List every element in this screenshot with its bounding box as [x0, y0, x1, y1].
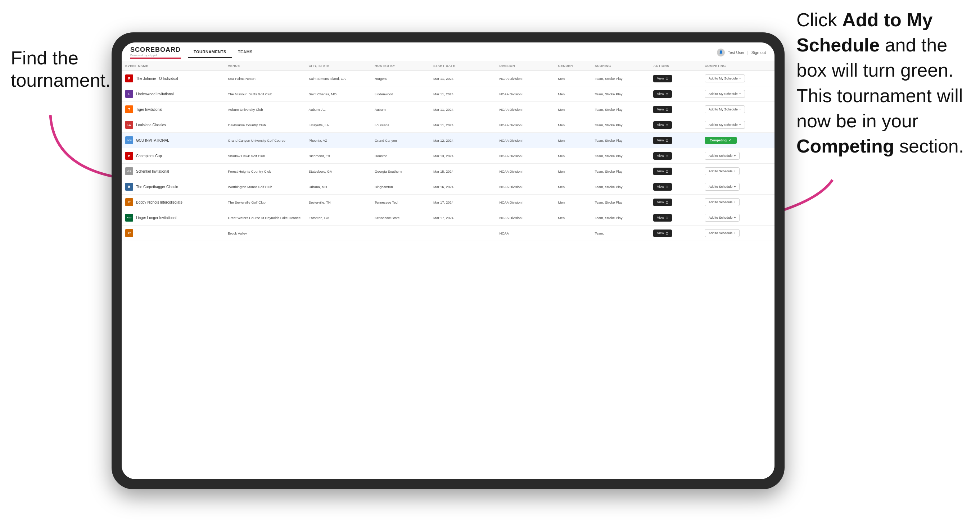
event-name-cell: BV: [122, 225, 224, 241]
event-name: Tiger Invitational: [136, 108, 162, 111]
event-name-cell: LA Louisiana Classics: [122, 117, 224, 133]
scoring-cell: Team,: [591, 225, 650, 241]
venue-cell: Sea Palms Resort: [224, 71, 305, 86]
add-schedule-button[interactable]: Add to My Schedule +: [705, 90, 745, 98]
venue-cell: Worthington Manor Golf Club: [224, 179, 305, 195]
table-row: R The Johnnie - O Individual Sea Palms R…: [122, 71, 775, 86]
add-schedule-button[interactable]: Add to Schedule +: [705, 229, 740, 237]
add-schedule-label: Add to Schedule: [709, 185, 732, 189]
nav-tab-teams[interactable]: TEAMS: [232, 47, 258, 58]
competing-cell: Add to Schedule +: [701, 195, 775, 210]
event-name: Champions Cup: [136, 154, 162, 158]
venue-cell: Oakbourne Country Club: [224, 117, 305, 133]
event-name-cell: KSU Linger Longer Invitational: [122, 210, 224, 225]
eye-icon: ⊙: [665, 231, 668, 235]
gender-cell: Men: [555, 133, 591, 148]
view-button[interactable]: View ⊙: [653, 152, 671, 160]
view-button[interactable]: View ⊙: [653, 90, 671, 98]
actions-cell: View ⊙: [650, 102, 701, 117]
col-header-gender: GENDER: [555, 61, 591, 71]
event-name-cell: H Champions Cup: [122, 148, 224, 163]
date-cell: Mar 16, 2024: [430, 179, 496, 195]
team-logo: LA: [125, 121, 133, 129]
logo-sub: Powered by clippd: [130, 54, 181, 57]
venue-cell: The Missouri Bluffs Golf Club: [224, 86, 305, 102]
add-schedule-label: Add to My Schedule: [709, 92, 738, 96]
col-header-competing: COMPETING: [701, 61, 775, 71]
annotation-left-line2: tournament.: [11, 70, 111, 90]
hosted-cell: Grand Canyon: [371, 133, 430, 148]
team-logo: H: [125, 152, 133, 160]
add-schedule-label: Add to My Schedule: [709, 108, 738, 111]
city-cell: Eatonton, GA: [305, 210, 371, 225]
scoring-cell: Team, Stroke Play: [591, 163, 650, 179]
col-header-event: EVENT NAME: [122, 61, 224, 71]
division-cell: NCAA Division I: [496, 117, 554, 133]
plus-icon: +: [734, 216, 736, 219]
actions-cell: View ⊙: [650, 163, 701, 179]
actions-cell: View ⊙: [650, 148, 701, 163]
signout-link[interactable]: Sign out: [751, 50, 766, 55]
division-cell: NCAA Division I: [496, 86, 554, 102]
add-schedule-button[interactable]: Add to My Schedule +: [705, 75, 745, 83]
add-schedule-button[interactable]: Add to Schedule +: [705, 167, 740, 175]
view-label: View: [657, 200, 663, 204]
add-schedule-button[interactable]: Add to Schedule +: [705, 152, 740, 160]
plus-icon: +: [734, 170, 736, 173]
date-cell: Mar 13, 2024: [430, 148, 496, 163]
scoring-cell: Team, Stroke Play: [591, 117, 650, 133]
actions-cell: View ⊙: [650, 86, 701, 102]
view-label: View: [657, 154, 663, 157]
view-button[interactable]: View ⊙: [653, 75, 671, 83]
add-schedule-button[interactable]: Add to Schedule +: [705, 198, 740, 206]
city-cell: Saint Simons Island, GA: [305, 71, 371, 86]
view-button[interactable]: View ⊙: [653, 137, 671, 144]
hosted-cell: Tennessee Tech: [371, 195, 430, 210]
view-button[interactable]: View ⊙: [653, 106, 671, 113]
view-button[interactable]: View ⊙: [653, 214, 671, 222]
view-button[interactable]: View ⊙: [653, 198, 671, 206]
table-row: KSU Linger Longer Invitational Great Wat…: [122, 210, 775, 225]
view-button[interactable]: View ⊙: [653, 121, 671, 129]
add-schedule-button[interactable]: Add to My Schedule +: [705, 105, 745, 113]
plus-icon: +: [739, 108, 741, 111]
header-nav: TOURNAMENTS TEAMS: [188, 47, 258, 58]
eye-icon: ⊙: [665, 216, 668, 220]
view-button[interactable]: View ⊙: [653, 168, 671, 175]
table-row: L Lindenwood Invitational The Missouri B…: [122, 86, 775, 102]
hosted-cell: Kennesaw State: [371, 210, 430, 225]
city-cell: Richmond, TX: [305, 148, 371, 163]
add-schedule-button[interactable]: Add to My Schedule +: [705, 121, 745, 129]
competing-cell: Add to Schedule +: [701, 163, 775, 179]
event-name-cell: L Lindenwood Invitational: [122, 86, 224, 102]
tournaments-table: EVENT NAME VENUE CITY, STATE HOSTED BY S…: [122, 61, 775, 241]
table-row: H Champions Cup Shadow Hawk Golf ClubRic…: [122, 148, 775, 163]
add-schedule-button[interactable]: Add to Schedule +: [705, 183, 740, 190]
col-header-venue: VENUE: [224, 61, 305, 71]
competing-cell: Add to My Schedule +: [701, 71, 775, 86]
team-logo: R: [125, 75, 133, 83]
eye-icon: ⊙: [665, 138, 668, 143]
city-cell: Saint Charles, MO: [305, 86, 371, 102]
city-cell: Auburn, AL: [305, 102, 371, 117]
city-cell: [305, 225, 371, 241]
date-cell: Mar 11, 2024: [430, 102, 496, 117]
col-header-scoring: SCORING: [591, 61, 650, 71]
table-body: R The Johnnie - O Individual Sea Palms R…: [122, 71, 775, 241]
competing-button[interactable]: Competing ✓: [705, 137, 737, 144]
scoring-cell: Team, Stroke Play: [591, 86, 650, 102]
nav-tab-tournaments[interactable]: TOURNAMENTS: [188, 47, 232, 58]
tablet-screen: SCOREBOARD Powered by clippd TOURNAMENTS…: [122, 43, 775, 479]
view-button[interactable]: View ⊙: [653, 230, 671, 237]
event-name-cell: GCU GCU INVITATIONAL: [122, 133, 224, 148]
actions-cell: View ⊙: [650, 71, 701, 86]
add-schedule-label: Add to Schedule: [709, 170, 732, 173]
view-button[interactable]: View ⊙: [653, 183, 671, 190]
col-header-division: DIVISION: [496, 61, 554, 71]
add-schedule-button[interactable]: Add to Schedule +: [705, 214, 740, 222]
add-schedule-label: Add to Schedule: [709, 216, 732, 219]
scoring-cell: Team, Stroke Play: [591, 102, 650, 117]
view-label: View: [657, 123, 663, 127]
division-cell: NCAA Division I: [496, 210, 554, 225]
tablet: SCOREBOARD Powered by clippd TOURNAMENTS…: [111, 32, 784, 489]
